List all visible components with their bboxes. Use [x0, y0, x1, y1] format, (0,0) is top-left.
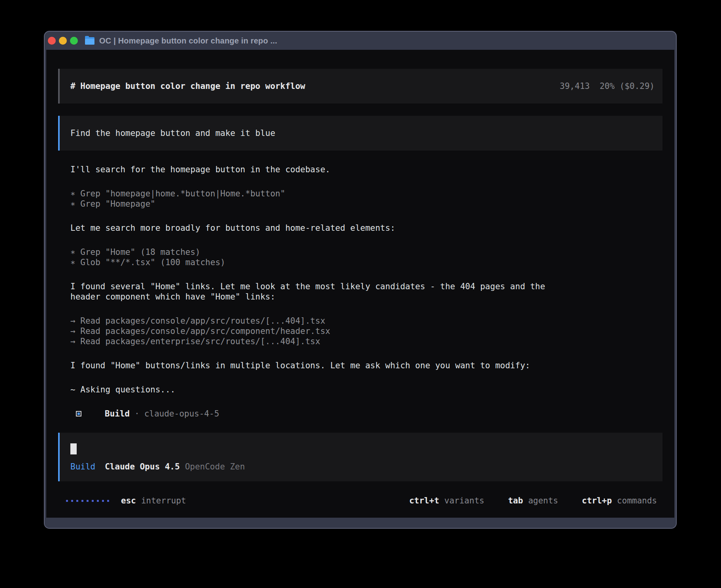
agent-model: claude-opus-4-5 [144, 409, 219, 419]
window-bottom-frame [45, 518, 676, 528]
key-hint-commands: ctrl+pcommands [582, 496, 657, 506]
status-left: escinterrupt [66, 496, 186, 506]
hint-key: ctrl+p [582, 496, 612, 506]
key-hint-agents: tabagents [508, 496, 558, 506]
tool-call-line: → Read packages/console/app/src/routes/[… [70, 316, 662, 326]
key-hint-interrupt: escinterrupt [121, 496, 186, 506]
hint-key: esc [121, 496, 136, 506]
spinner-dot [87, 500, 89, 502]
assistant-text: I found several "Home" links. Let me loo… [70, 281, 662, 302]
app-window: OC | Homepage button color change in rep… [44, 31, 677, 529]
tool-call-line: ∗ Glob "**/*.tsx" (100 matches) [70, 257, 662, 268]
traffic-lights [48, 37, 78, 45]
user-message-text: Find the homepage button and make it blu… [70, 128, 275, 138]
status-bar: escinterrupt ctrl+tvariantstabagentsctrl… [66, 496, 657, 506]
dot-separator: · [134, 409, 140, 419]
session-stats: 39,413 20% ($0.29) [560, 81, 655, 91]
spinner-dot [92, 500, 94, 502]
session-title: # Homepage button color change in repo w… [70, 81, 305, 91]
window-titlebar[interactable]: OC | Homepage button color change in rep… [45, 32, 676, 50]
folder-icon [85, 37, 94, 45]
status-line: ~ Asking questions... [70, 384, 662, 395]
assistant-text: I found "Home" buttons/links in multiple… [70, 360, 662, 371]
spinner-dot [107, 500, 109, 502]
spinner-dot [97, 500, 99, 502]
transcript: I'll search for the homepage button in t… [70, 164, 662, 395]
assistant-text: Let me search more broadly for buttons a… [70, 223, 662, 233]
tool-call-line: → Read packages/enterprise/src/routes/[.… [70, 336, 662, 347]
agent-name: Build [105, 409, 130, 419]
hint-label: agents [528, 496, 558, 506]
spinner-dot [66, 500, 68, 502]
key-hint-variants: ctrl+tvariants [409, 496, 484, 506]
build-agent-icon [76, 411, 81, 416]
terminal-content: # Homepage button color change in repo w… [46, 50, 674, 518]
minimize-button[interactable] [59, 37, 67, 45]
hint-label: commands [617, 496, 657, 506]
close-button[interactable] [48, 37, 56, 45]
mode-selector[interactable]: Build [70, 462, 95, 472]
token-count: 39,413 [560, 81, 590, 91]
model-row: Build Claude Opus 4.5 OpenCode Zen [70, 462, 655, 472]
hint-key: tab [508, 496, 523, 506]
tool-call-line: ∗ Grep "Homepage" [70, 199, 662, 209]
user-message: Find the homepage button and make it blu… [58, 116, 662, 151]
zoom-button[interactable] [70, 37, 78, 45]
session-header: # Homepage button color change in repo w… [58, 69, 662, 104]
spinner-dot [81, 500, 83, 502]
spinner-dots [66, 500, 109, 502]
model-name[interactable]: Claude Opus 4.5 [105, 462, 180, 472]
provider-name: OpenCode Zen [185, 462, 245, 472]
hint-key: ctrl+t [409, 496, 439, 506]
spinner-dot [76, 500, 78, 502]
tool-call-line: → Read packages/console/app/src/componen… [70, 326, 662, 336]
spinner-dot [71, 500, 73, 502]
assistant-text: I'll search for the homepage button in t… [70, 164, 662, 175]
left-hints: escinterrupt [121, 496, 186, 506]
tool-call-line: ∗ Grep "Home" (18 matches) [70, 247, 662, 257]
hint-label: variants [444, 496, 484, 506]
window-title: OC | Homepage button color change in rep… [99, 36, 277, 45]
right-hints: ctrl+tvariantstabagentsctrl+pcommands [409, 496, 657, 506]
prompt-input[interactable]: Build Claude Opus 4.5 OpenCode Zen [58, 433, 662, 481]
tool-call-line: ∗ Grep "homepage|home.*button|Home.*butt… [70, 188, 662, 199]
hint-label: interrupt [141, 496, 186, 506]
context-cost: 20% ($0.29) [600, 81, 655, 91]
text-cursor [70, 443, 77, 454]
spinner-dot [102, 500, 104, 502]
agent-status-line: Build · claude-opus-4-5 [76, 409, 662, 419]
